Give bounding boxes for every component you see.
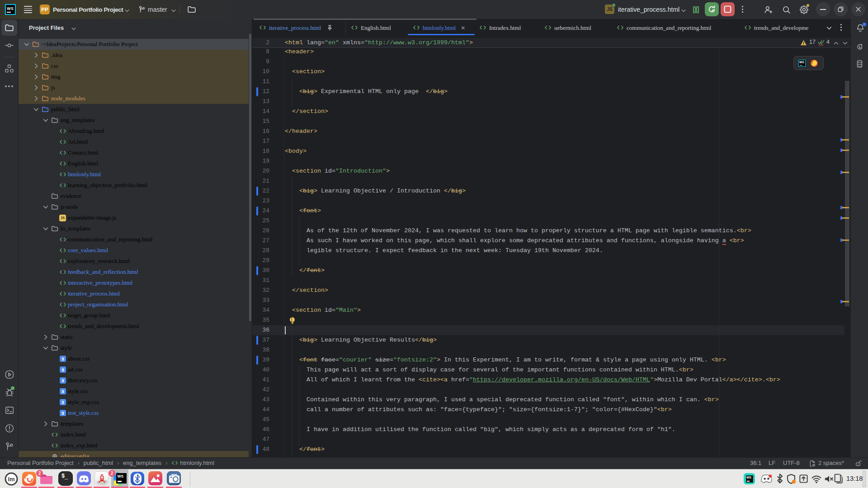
svg-text:3: 3 — [61, 400, 64, 405]
svg-text:3: 3 — [61, 367, 64, 372]
svg-text:3: 3 — [61, 378, 64, 383]
svg-text:lm: lm — [8, 476, 14, 483]
svg-text:3: 3 — [61, 411, 64, 416]
svg-text:3: 3 — [61, 389, 64, 394]
svg-text:3: 3 — [61, 357, 64, 361]
